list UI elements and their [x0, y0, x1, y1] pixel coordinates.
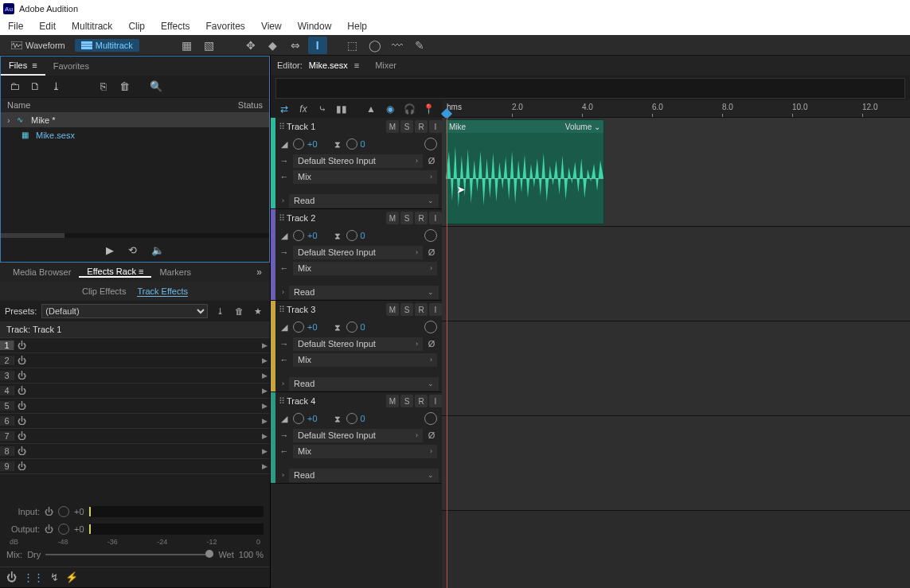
slot-menu-icon[interactable]: ▶: [259, 417, 270, 425]
mode-waveform[interactable]: Waveform: [5, 39, 72, 52]
favorite-preset-icon[interactable]: ★: [251, 306, 265, 317]
track-name[interactable]: Track 2: [287, 213, 383, 223]
track-lane[interactable]: [442, 321, 910, 416]
subtab-track-effects[interactable]: Track Effects: [137, 286, 188, 297]
grip-icon[interactable]: ⠿: [279, 305, 283, 315]
clip-volume-dropdown[interactable]: Volume ⌄: [565, 123, 600, 131]
tab-files[interactable]: Files≡: [1, 56, 45, 76]
track-color-strip[interactable]: [271, 392, 275, 483]
menu-window[interactable]: Window: [290, 21, 340, 32]
effect-slot[interactable]: 6⏻▶: [0, 414, 270, 429]
mix-slider[interactable]: [45, 554, 213, 555]
volume-value[interactable]: +0: [307, 322, 318, 332]
volume-knob[interactable]: [293, 413, 304, 424]
volume-knob[interactable]: [293, 138, 304, 150]
track-color-strip[interactable]: [271, 301, 275, 391]
track-name[interactable]: Track 4: [287, 396, 383, 406]
slot-power-icon[interactable]: ⏻: [14, 371, 29, 380]
track-name[interactable]: Track 1: [287, 122, 383, 131]
tab-markers[interactable]: Markers: [151, 267, 199, 277]
solo-button[interactable]: S: [400, 303, 413, 316]
arm-record-ring[interactable]: [424, 321, 437, 333]
track-header[interactable]: ⠿Track 2 MSRI ◢+0 ⧗0 →Default Stereo Inp…: [271, 209, 442, 301]
slot-power-icon[interactable]: ⏻: [14, 446, 29, 456]
editor-menu-icon[interactable]: ≡: [354, 60, 359, 70]
expand-panel-icon[interactable]: »: [253, 267, 265, 278]
solo-button[interactable]: S: [400, 212, 413, 224]
loop-icon[interactable]: ⟲: [128, 244, 137, 256]
new-file-icon[interactable]: 🗋: [26, 79, 44, 95]
trash-icon[interactable]: 🗑: [115, 79, 133, 95]
tab-effects-rack[interactable]: Effects Rack ≡: [79, 267, 151, 278]
swap-icon[interactable]: ⇄: [277, 103, 291, 115]
input-dropdown[interactable]: Default Stereo Input›: [293, 337, 423, 351]
phase-icon[interactable]: Ø: [426, 247, 437, 257]
overview-strip[interactable]: [275, 78, 905, 99]
input-power-icon[interactable]: ⏻: [45, 507, 53, 516]
file-row[interactable]: ▦ Mike.sesx: [1, 127, 269, 142]
slot-menu-icon[interactable]: ▶: [259, 462, 270, 470]
menu-view[interactable]: View: [253, 21, 290, 32]
col-status[interactable]: Status: [238, 100, 263, 110]
save-preset-icon[interactable]: ⤓: [213, 306, 227, 317]
record-button[interactable]: R: [415, 120, 428, 133]
search-icon[interactable]: 🔍: [147, 79, 165, 95]
time-ruler[interactable]: hms 2.04.06.08.010.012.0: [442, 100, 910, 118]
track-lane[interactable]: [442, 227, 910, 321]
pan-value[interactable]: 0: [361, 322, 365, 332]
volume-value[interactable]: +0: [307, 139, 318, 149]
track-color-strip[interactable]: [271, 209, 275, 300]
slot-menu-icon[interactable]: ▶: [259, 432, 270, 440]
pan-knob[interactable]: [346, 230, 357, 241]
a2-icon[interactable]: ◉: [383, 103, 397, 115]
fx-power-icon[interactable]: ⏻: [6, 571, 17, 583]
record-button[interactable]: R: [415, 303, 428, 316]
delete-preset-icon[interactable]: 🗑: [232, 306, 246, 316]
effect-slot[interactable]: 5⏻▶: [0, 399, 270, 414]
track-name[interactable]: Track 3: [287, 305, 383, 314]
input-dropdown[interactable]: Default Stereo Input›: [293, 246, 423, 259]
expand-icon[interactable]: ›: [282, 471, 284, 479]
fx-apply-icon[interactable]: ⚡: [65, 571, 78, 583]
solo-button[interactable]: S: [400, 395, 413, 407]
slot-menu-icon[interactable]: ▶: [259, 387, 270, 395]
tool-slip-icon[interactable]: ⇔: [286, 37, 305, 54]
audio-clip[interactable]: MikeVolume ⌄: [445, 119, 604, 224]
mute-button[interactable]: M: [386, 395, 399, 407]
slot-menu-icon[interactable]: ▶: [259, 372, 270, 380]
automation-dropdown[interactable]: Read⌄: [289, 377, 439, 391]
output-dropdown[interactable]: Mix›: [293, 262, 437, 275]
slot-power-icon[interactable]: ⏻: [14, 401, 29, 411]
pan-value[interactable]: 0: [361, 414, 365, 423]
menu-file[interactable]: File: [0, 21, 31, 32]
expand-icon[interactable]: ›: [282, 197, 284, 204]
expand-icon[interactable]: ›: [282, 288, 284, 296]
eq-icon[interactable]: ▮▮: [334, 103, 349, 115]
monitor-button[interactable]: I: [429, 303, 442, 316]
monitor-button[interactable]: I: [429, 212, 442, 224]
a1-icon[interactable]: ▲: [364, 103, 378, 115]
tool-marquee-icon[interactable]: ⬚: [343, 37, 362, 54]
record-button[interactable]: R: [415, 395, 428, 407]
tool-lasso-icon[interactable]: ◯: [365, 37, 385, 54]
tool-time-select-icon[interactable]: I: [308, 37, 327, 54]
output-dropdown[interactable]: Mix›: [293, 445, 437, 458]
menu-clip[interactable]: Clip: [120, 21, 153, 32]
tool-brush-icon[interactable]: 〰: [388, 37, 407, 54]
editor-session-name[interactable]: Mike.sesx: [309, 60, 348, 70]
menu-favorites[interactable]: Favorites: [198, 21, 253, 32]
effect-slot[interactable]: 4⏻▶: [0, 384, 270, 399]
tool-spectral1-icon[interactable]: ▦: [178, 37, 197, 54]
track-header[interactable]: ⠿Track 3 MSRI ◢+0 ⧗0 →Default Stereo Inp…: [271, 301, 442, 392]
record-button[interactable]: R: [415, 212, 428, 224]
slot-menu-icon[interactable]: ▶: [259, 341, 270, 349]
volume-value[interactable]: +0: [307, 414, 318, 423]
output-gain-knob[interactable]: [58, 524, 69, 535]
slot-power-icon[interactable]: ⏻: [14, 431, 29, 441]
track-header[interactable]: ⠿Track 1 MSRI ◢+0 ⧗0 →Default Stereo Inp…: [271, 118, 442, 209]
slot-menu-icon[interactable]: ▶: [259, 356, 270, 364]
volume-knob[interactable]: [293, 321, 304, 333]
tool-heal-icon[interactable]: ✎: [410, 37, 429, 54]
menu-effects[interactable]: Effects: [153, 21, 197, 32]
track-color-strip[interactable]: [271, 118, 275, 208]
